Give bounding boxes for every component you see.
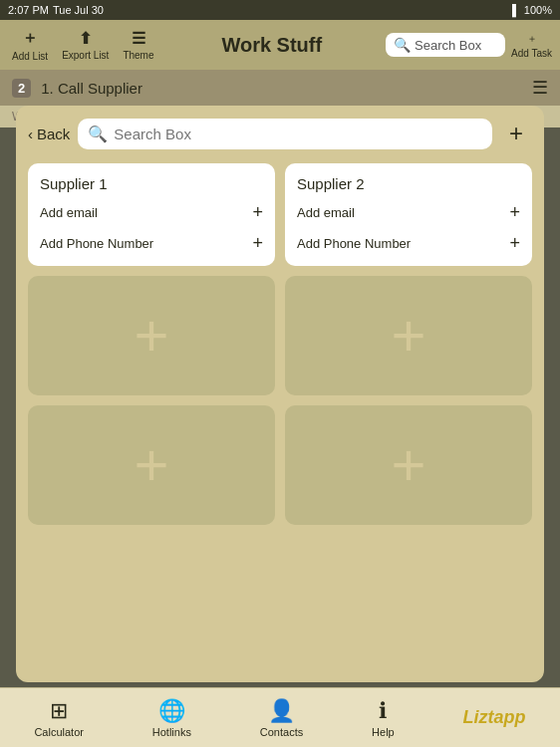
- status-time: 2:07 PM: [8, 4, 49, 16]
- calculator-label: Calculator: [34, 726, 84, 738]
- toolbar-search-text: Search Box: [415, 38, 481, 53]
- add-list-button[interactable]: ＋ Add List: [8, 26, 52, 64]
- tab-hotlinks[interactable]: 🌐 Hotlinks: [152, 698, 191, 738]
- back-chevron-icon: ‹: [28, 125, 33, 142]
- export-list-icon: ⬆: [79, 29, 92, 48]
- hotlinks-label: Hotlinks: [152, 726, 191, 738]
- add-list-label: Add List: [12, 51, 48, 62]
- export-list-label: Export List: [62, 50, 109, 61]
- add-task-icon: ＋: [527, 32, 537, 46]
- main-toolbar: ＋ Add List ⬆ Export List ☰ Theme Work St…: [0, 20, 560, 70]
- brand-label: Liztapp: [463, 707, 526, 728]
- add-task-button[interactable]: ＋ Add Task: [511, 32, 552, 59]
- help-label: Help: [372, 726, 395, 738]
- add-email-plus-icon-2: +: [509, 202, 520, 223]
- add-email-label-2: Add email: [297, 205, 355, 220]
- add-contact-card-1[interactable]: +: [28, 276, 275, 395]
- tab-calculator[interactable]: ⊞ Calculator: [34, 698, 84, 738]
- toolbar-search-icon: 🔍: [394, 37, 411, 53]
- back-button[interactable]: ‹ Back: [28, 125, 70, 142]
- tab-help[interactable]: ℹ Help: [372, 698, 395, 738]
- add-phone-plus-icon-1: +: [252, 233, 263, 254]
- panel-search-icon: 🔍: [88, 124, 108, 143]
- overlay-panel: ‹ Back 🔍 + Supplier 1 Add email + Add Ph…: [16, 106, 544, 682]
- add-phone-plus-icon-2: +: [509, 233, 520, 254]
- add-contact-plus-icon-4: +: [391, 435, 425, 495]
- status-day: Tue Jul 30: [53, 4, 104, 16]
- task-title: 1. Call Supplier: [41, 80, 522, 97]
- tab-bar: ⊞ Calculator 🌐 Hotlinks 👤 Contacts ℹ Hel…: [0, 687, 560, 747]
- wifi-icon: ▌: [512, 4, 520, 16]
- add-phone-label-2: Add Phone Number: [297, 236, 411, 251]
- hotlinks-icon: 🌐: [158, 698, 185, 724]
- contacts-label: Contacts: [260, 726, 303, 738]
- add-list-icon: ＋: [22, 28, 38, 49]
- tab-brand: Liztapp: [463, 707, 526, 728]
- add-contact-plus-icon-1: +: [134, 306, 168, 366]
- add-email-1[interactable]: Add email +: [40, 202, 263, 223]
- contact-card-2: Supplier 2 Add email + Add Phone Number …: [285, 163, 532, 266]
- contact-name-2: Supplier 2: [297, 175, 520, 192]
- export-list-button[interactable]: ⬆ Export List: [58, 27, 113, 63]
- add-email-2[interactable]: Add email +: [297, 202, 520, 223]
- task-badge: 2: [12, 79, 31, 98]
- status-icons: ▌ 100%: [512, 4, 552, 16]
- toolbar-search-box[interactable]: 🔍 Search Box: [386, 33, 505, 57]
- contact-card-1: Supplier 1 Add email + Add Phone Number …: [28, 163, 275, 266]
- back-label: Back: [37, 125, 70, 142]
- status-time-area: 2:07 PM Tue Jul 30: [8, 4, 104, 16]
- add-email-plus-icon-1: +: [252, 202, 263, 223]
- theme-icon: ☰: [132, 29, 145, 48]
- task-row: 2 1. Call Supplier ☰: [0, 70, 560, 106]
- add-task-label: Add Task: [511, 48, 552, 59]
- app-title: Work Stuff: [164, 34, 381, 57]
- add-phone-1[interactable]: Add Phone Number +: [40, 233, 263, 254]
- add-contact-plus-icon-3: +: [134, 435, 168, 495]
- contacts-icon: 👤: [268, 698, 295, 724]
- add-contact-plus-icon-2: +: [391, 306, 425, 366]
- add-phone-2[interactable]: Add Phone Number +: [297, 233, 520, 254]
- panel-search-input[interactable]: [114, 125, 482, 142]
- add-contact-card-3[interactable]: +: [28, 405, 275, 525]
- add-phone-label-1: Add Phone Number: [40, 236, 153, 251]
- panel-header: ‹ Back 🔍 +: [28, 118, 532, 149]
- theme-button[interactable]: ☰ Theme: [119, 27, 157, 63]
- panel-search-box[interactable]: 🔍: [78, 119, 492, 149]
- add-email-label-1: Add email: [40, 205, 98, 220]
- calculator-icon: ⊞: [50, 698, 68, 724]
- help-icon: ℹ: [379, 698, 387, 724]
- add-contact-card-4[interactable]: +: [285, 405, 532, 525]
- hamburger-icon[interactable]: ☰: [532, 77, 548, 99]
- theme-label: Theme: [123, 50, 153, 61]
- add-contact-card-2[interactable]: +: [285, 276, 532, 395]
- contacts-grid: Supplier 1 Add email + Add Phone Number …: [28, 163, 532, 525]
- panel-add-button[interactable]: +: [500, 118, 532, 149]
- tab-contacts[interactable]: 👤 Contacts: [260, 698, 303, 738]
- contact-name-1: Supplier 1: [40, 175, 263, 192]
- battery-icon: 100%: [524, 4, 552, 16]
- status-bar: 2:07 PM Tue Jul 30 ▌ 100%: [0, 0, 560, 20]
